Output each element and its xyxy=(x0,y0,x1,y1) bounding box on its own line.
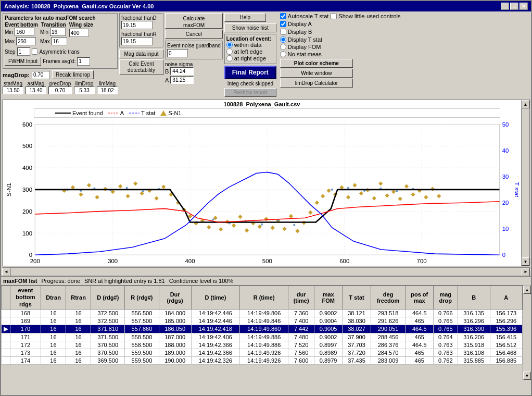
table-cell: 465 xyxy=(406,349,434,356)
col-event-bottom: eventbottomrdgs xyxy=(10,286,41,310)
maxfom-label: maxFOM list xyxy=(3,278,37,284)
frac-r-input[interactable] xyxy=(121,37,153,45)
table-scroll[interactable]: eventbottomrdgs Dtran Rtran D (rdg#) R (… xyxy=(1,286,523,380)
table-cell: 14:19:42.366 xyxy=(191,341,239,349)
col-max-fom: maxFOM xyxy=(314,286,342,310)
mag-drop-label: magDrop: xyxy=(3,72,30,78)
min-eb-input[interactable] xyxy=(15,28,34,36)
table-row[interactable]: 1721616370.500558.500188.00014:19:42.366… xyxy=(2,341,523,349)
at-left-edge-radio[interactable] xyxy=(226,48,233,55)
mag-drop-input[interactable] xyxy=(32,71,50,79)
autoscale-checkbox[interactable] xyxy=(280,13,286,19)
guard-input[interactable] xyxy=(167,49,188,57)
display-fom-radio[interactable] xyxy=(280,44,286,50)
svg-text:20: 20 xyxy=(502,200,509,206)
table-cell: 558.500 xyxy=(125,333,159,341)
table-cell: 316.206 xyxy=(458,333,490,341)
no-stat-radio[interactable] xyxy=(280,51,286,57)
title-bar: Analysis: 100828_Polyxena_Gault.csv Occu… xyxy=(1,1,531,11)
b-value: 44.24 xyxy=(170,67,194,75)
svg-point-116 xyxy=(396,190,398,192)
table-cell: 14:19:49.886 xyxy=(240,333,288,341)
help-button[interactable]: Help xyxy=(224,13,266,22)
table-scrollbar-v[interactable]: ▲ ▼ xyxy=(523,286,531,380)
max-trans-label: Max xyxy=(40,39,50,44)
table-cell: 14:19:42.446 xyxy=(191,309,239,317)
table-cell: 14:19:49.806 xyxy=(240,309,288,317)
display-b-checkbox[interactable] xyxy=(280,29,286,35)
table-cell: 315.918 xyxy=(458,341,490,349)
chart-svg: 600 500 400 300 200 100 0 50 40 30 20 10… xyxy=(3,119,521,266)
max-eb-input[interactable] xyxy=(16,37,36,45)
table-cell: 284.570 xyxy=(371,349,406,356)
within-data-radio[interactable] xyxy=(226,42,233,48)
minimize-button[interactable]: _ xyxy=(501,3,509,10)
step-input[interactable] xyxy=(17,47,30,56)
table-cell: 0.762 xyxy=(434,356,458,364)
table-cell: 464.5 xyxy=(406,309,434,317)
maximize-button[interactable]: □ xyxy=(510,3,518,10)
display-t-label: Display T stat xyxy=(288,36,322,43)
table-cell: 14:19:49.926 xyxy=(240,356,288,364)
show-little-checkbox[interactable] xyxy=(331,13,337,19)
write-window-button[interactable]: Write window xyxy=(280,69,353,78)
frames-input[interactable] xyxy=(77,57,90,66)
table-cell: 156.885 xyxy=(490,356,522,364)
table-cell: 37.703 xyxy=(343,341,371,349)
table-cell: 288.456 xyxy=(371,333,406,341)
chart-scrollbar-v[interactable]: ▲ ▼ xyxy=(521,100,529,266)
table-row[interactable]: 1731616370.500559.500189.00014:19:42.366… xyxy=(2,349,523,356)
calculate-maxfom-button[interactable]: CalculatemaxFOM xyxy=(165,13,223,29)
table-cell: 16 xyxy=(41,333,66,341)
table-cell: 16 xyxy=(41,341,66,349)
table-cell: 172 xyxy=(10,341,41,349)
plot-color-button[interactable]: Plot color scheme xyxy=(280,59,353,68)
svg-text:30: 30 xyxy=(502,174,509,180)
table-cell: 37.900 xyxy=(343,333,371,341)
svg-text:400: 400 xyxy=(185,258,195,264)
fwhm-button[interactable]: FWHM Input xyxy=(5,57,41,66)
mag-data-button[interactable]: Mag data input xyxy=(119,49,163,58)
table-row[interactable]: 1741616369.500559.500190.00014:19:42.326… xyxy=(2,356,523,364)
show-noise-button[interactable]: Show noise hist xyxy=(224,23,276,32)
params-section: Parameters for auto maxFOM search Event … xyxy=(3,13,118,69)
table-cell: 7.600 xyxy=(288,356,314,364)
snr-text: SNR at highlighted entry is 1.81 xyxy=(84,278,165,284)
lim-drop-col-label: limDrop xyxy=(74,81,95,86)
reshow-button[interactable]: Reshow report xyxy=(224,88,276,97)
col-r-time: R (time) xyxy=(240,286,288,310)
limdrop-button[interactable]: limDrop Calculator xyxy=(280,79,353,88)
table-cell: 559.500 xyxy=(125,356,159,364)
display-a-checkbox[interactable] xyxy=(280,21,286,27)
pred-drop-col-label: predDrop xyxy=(48,81,72,86)
recalc-button[interactable]: Recalc limdrop xyxy=(52,70,94,79)
frac-d-input[interactable] xyxy=(121,21,153,29)
table-row[interactable]: 1691616372.500557.500185.00014:19:42.446… xyxy=(2,317,523,325)
wing-input[interactable] xyxy=(69,29,89,37)
calc-event-button[interactable]: Calc Event detectability xyxy=(119,59,163,75)
at-right-edge-radio[interactable] xyxy=(226,55,233,61)
chart-scrollbar-h[interactable]: ◄ ► xyxy=(2,267,530,276)
table-row[interactable]: ▶1701616371.810557.860186.05014:19:42.41… xyxy=(2,325,523,333)
table-row[interactable]: 1711616371.500558.500187.00014:19:42.406… xyxy=(2,333,523,341)
cancel-button[interactable]: Cancel xyxy=(165,30,223,39)
table-cell: 156.415 xyxy=(490,333,522,341)
display-t-radio[interactable] xyxy=(280,36,286,43)
svg-text:FrameNo: FrameNo xyxy=(255,265,280,266)
asym-checkbox[interactable] xyxy=(32,48,38,55)
svg-text:700: 700 xyxy=(417,258,427,264)
table-row[interactable]: 1681616372.500556.500184.00014:19:42.446… xyxy=(2,309,523,317)
close-button[interactable]: ✕ xyxy=(520,3,528,10)
table-cell: 173 xyxy=(10,349,41,356)
svg-point-106 xyxy=(212,218,214,220)
table-cell: 16 xyxy=(66,349,91,356)
table-cell: 7.520 xyxy=(288,341,314,349)
table-cell: 170 xyxy=(10,325,41,333)
event-noise-section: Event noise guardband xyxy=(165,41,223,59)
min-trans-input[interactable] xyxy=(50,28,66,36)
final-report-button[interactable]: Final Report xyxy=(224,66,276,79)
table-cell: 14:19:42.366 xyxy=(191,349,239,356)
star-mag-col-label: starMag xyxy=(3,81,23,86)
row-marker xyxy=(2,356,10,364)
max-trans-input[interactable] xyxy=(52,37,67,45)
